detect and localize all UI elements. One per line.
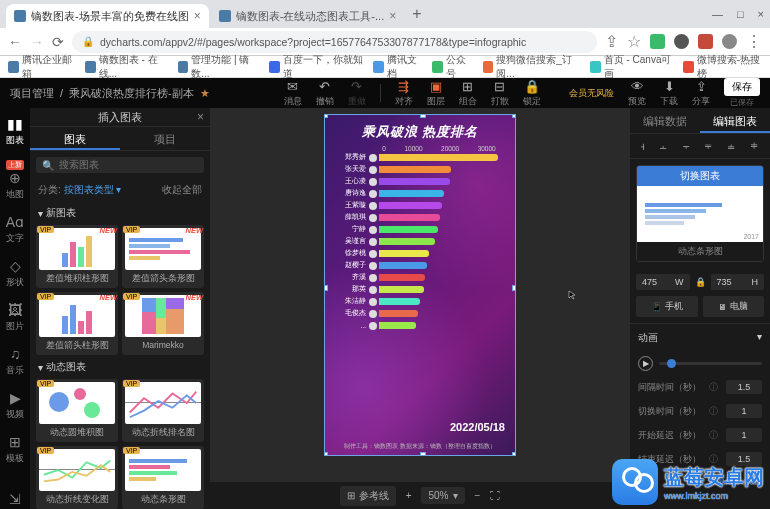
lock-aspect-icon[interactable]: 🔒 bbox=[695, 277, 706, 287]
zoom-in-button[interactable]: + bbox=[406, 490, 412, 501]
bookmark[interactable]: 微博搜索-热搜榜 bbox=[683, 53, 762, 81]
align-middle-icon[interactable]: ⫨ bbox=[726, 140, 737, 152]
info-icon[interactable]: ⓘ bbox=[709, 429, 718, 442]
close-icon[interactable]: × bbox=[758, 8, 764, 20]
rail-shape[interactable]: ◇形状 bbox=[6, 258, 24, 289]
bookmark[interactable]: 腾讯文档 bbox=[373, 53, 422, 81]
close-icon[interactable]: × bbox=[197, 110, 204, 124]
bookmark[interactable]: 百度一下，你就知道 bbox=[269, 53, 363, 81]
bookmark[interactable]: 首页 - Canva可画 bbox=[590, 53, 673, 81]
bookmark[interactable]: 腾讯企业邮箱 bbox=[8, 53, 75, 81]
chart-card[interactable]: VIP动态折线变化图 bbox=[36, 446, 118, 509]
rail-video[interactable]: ▶视频 bbox=[6, 390, 24, 421]
tab-edit-chart[interactable]: 编辑图表 bbox=[700, 108, 770, 133]
canvas[interactable]: 乘风破浪 热度排名 0 10000 20000 30000 郑秀妍张天爱王心凌唐… bbox=[324, 114, 516, 456]
reload-icon[interactable]: ⟳ bbox=[52, 34, 64, 50]
switch-chart-card[interactable]: 切换图表 2017 动态条形图 bbox=[636, 165, 764, 262]
star-icon[interactable]: ★ bbox=[200, 87, 210, 100]
mobile-button[interactable]: 📱手机 bbox=[636, 296, 698, 317]
download-button[interactable]: ⬇下载 bbox=[660, 79, 678, 108]
resize-handle[interactable] bbox=[324, 285, 328, 291]
forward-icon[interactable]: → bbox=[30, 34, 44, 50]
chart-card[interactable]: VIPNEW差值堆积柱形图 bbox=[36, 225, 118, 288]
layer-button[interactable]: ▣图层 bbox=[427, 79, 445, 108]
bookmark[interactable]: 镝数图表 - 在线... bbox=[85, 53, 167, 81]
slider-thumb[interactable] bbox=[667, 359, 676, 368]
resize-handle[interactable] bbox=[324, 114, 328, 118]
chart-card[interactable]: VIP动态圆堆积图 bbox=[36, 379, 118, 442]
ext-icon[interactable] bbox=[650, 34, 665, 49]
canvas-area[interactable]: 乘风破浪 热度排名 0 10000 20000 30000 郑秀妍张天爱王心凌唐… bbox=[210, 108, 630, 509]
info-icon[interactable]: ⓘ bbox=[709, 405, 718, 418]
chart-card[interactable]: VIP动态条形图 bbox=[122, 446, 204, 509]
chart-card[interactable]: VIPNEW差值箭头条形图 bbox=[122, 225, 204, 288]
rail-image[interactable]: 🖼图片 bbox=[6, 302, 24, 333]
vip-badge[interactable]: 会员无风险 bbox=[569, 87, 614, 100]
chart-card[interactable]: VIPNEW差值箭头柱形图 bbox=[36, 292, 118, 355]
lock-button[interactable]: 🔒锁定 bbox=[523, 79, 541, 108]
back-icon[interactable]: ← bbox=[8, 34, 22, 50]
rail-template[interactable]: ⊞模板 bbox=[6, 434, 24, 465]
anim-value-input[interactable]: 1 bbox=[726, 428, 762, 442]
collapse-all[interactable]: 收起全部 bbox=[162, 183, 202, 197]
rail-chart[interactable]: ▮▮图表 bbox=[6, 116, 24, 147]
resize-handle[interactable] bbox=[324, 452, 328, 456]
preview-button[interactable]: 👁预览 bbox=[628, 79, 646, 108]
resize-handle[interactable] bbox=[512, 285, 516, 291]
new-tab-button[interactable]: + bbox=[406, 5, 427, 23]
rail-text[interactable]: Aɑ文字 bbox=[6, 214, 24, 245]
section-dynamic-charts[interactable]: ▾ 动态图表 bbox=[30, 355, 210, 379]
resize-handle[interactable] bbox=[512, 452, 516, 456]
maximize-icon[interactable]: □ bbox=[737, 8, 744, 20]
anim-value-input[interactable]: 1 bbox=[726, 404, 762, 418]
browser-tab-1[interactable]: 镝数图表-场景丰富的免费在线图× bbox=[6, 4, 209, 28]
rail-map[interactable]: 上新⊕地图 bbox=[6, 160, 24, 201]
width-input[interactable]: 475W bbox=[636, 274, 690, 290]
ext-icon[interactable] bbox=[722, 34, 737, 49]
messages-button[interactable]: ✉消息 bbox=[284, 79, 302, 108]
minimize-icon[interactable]: — bbox=[712, 8, 723, 20]
close-icon[interactable]: × bbox=[389, 9, 396, 23]
tab-charts[interactable]: 图表 bbox=[30, 127, 120, 150]
zoom-out-button[interactable]: − bbox=[475, 490, 481, 501]
group-button[interactable]: ⊞组合 bbox=[459, 79, 477, 108]
save-button[interactable]: 保存 bbox=[724, 78, 760, 96]
bookmark[interactable]: 搜狗微信搜索_订阅... bbox=[483, 53, 580, 81]
url-input[interactable]: 🔒dycharts.com/appv2/#/pages/workspace?pr… bbox=[72, 31, 597, 53]
info-icon[interactable]: ⓘ bbox=[709, 381, 718, 394]
bookmark[interactable]: 管理功能 | 镝数... bbox=[178, 53, 260, 81]
info-icon[interactable]: ⓘ bbox=[709, 453, 718, 466]
fit-screen-button[interactable]: ⛶ bbox=[490, 490, 500, 501]
ext-icon[interactable] bbox=[674, 34, 689, 49]
anim-value-input[interactable]: 1.5 bbox=[726, 452, 762, 466]
menu-icon[interactable]: ⋮ bbox=[746, 32, 762, 51]
play-button[interactable]: ▶ bbox=[638, 356, 653, 371]
rail-music[interactable]: ♫音乐 bbox=[6, 346, 24, 377]
resize-handle[interactable] bbox=[512, 114, 516, 118]
share-icon[interactable]: ⇪ bbox=[605, 32, 618, 51]
anim-value-input[interactable]: 1.5 bbox=[726, 380, 762, 394]
resize-handle[interactable] bbox=[420, 114, 426, 118]
reset-defaults[interactable]: 恢复默认设置 bbox=[630, 471, 770, 492]
close-icon[interactable]: × bbox=[194, 9, 201, 23]
browser-tab-2[interactable]: 镝数图表-在线动态图表工具-...× bbox=[211, 4, 405, 28]
resize-handle[interactable] bbox=[420, 452, 426, 456]
ext-icon[interactable] bbox=[698, 34, 713, 49]
guides-toggle[interactable]: ⊞参考线 bbox=[340, 486, 396, 506]
animation-section[interactable]: 动画▾ bbox=[630, 323, 770, 352]
align-right-icon[interactable]: ⫟ bbox=[681, 140, 692, 152]
bookmark[interactable]: 公众号 bbox=[432, 53, 472, 81]
section-new-charts[interactable]: ▾ 新图表 bbox=[30, 201, 210, 225]
ungroup-button[interactable]: ⊟打散 bbox=[491, 79, 509, 108]
tab-projects[interactable]: 项目 bbox=[120, 127, 210, 150]
breadcrumb-root[interactable]: 项目管理 bbox=[10, 86, 54, 101]
undo-button[interactable]: ↶撤销 bbox=[316, 79, 334, 108]
align-top-icon[interactable]: ⫧ bbox=[703, 140, 714, 152]
align-bottom-icon[interactable]: ⫩ bbox=[749, 140, 760, 152]
progress-slider[interactable] bbox=[659, 362, 762, 365]
rail-export[interactable]: ⇲ bbox=[9, 491, 21, 507]
filter-dropdown[interactable]: 按图表类型 ▾ bbox=[64, 184, 122, 195]
chart-card[interactable]: VIP动态折线排名图 bbox=[122, 379, 204, 442]
desktop-button[interactable]: 🖥电脑 bbox=[703, 296, 765, 317]
align-center-icon[interactable]: ⫠ bbox=[658, 140, 669, 152]
